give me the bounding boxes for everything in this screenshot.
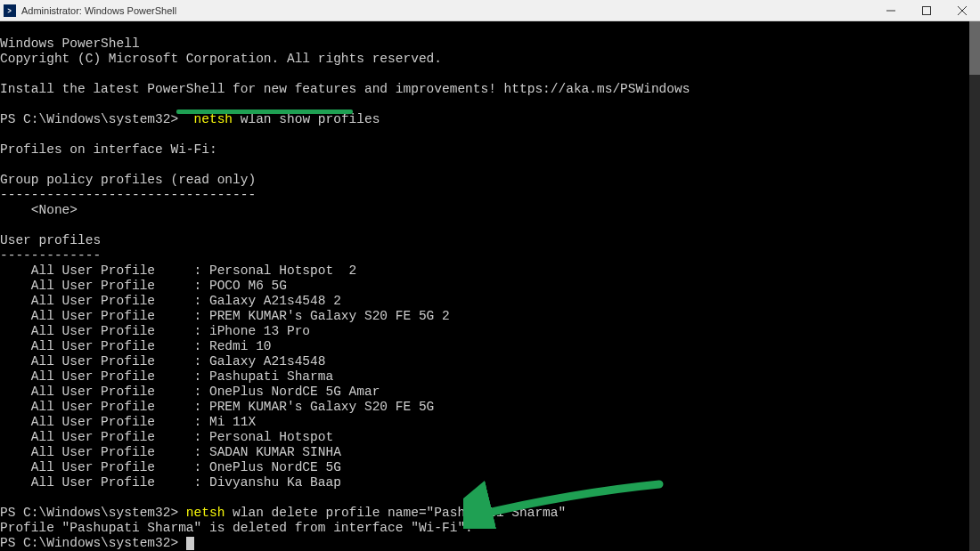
profile-line: All User Profile : Galaxy A21s4548 [0,354,325,369]
profile-line: All User Profile : SADAN KUMAR SINHA [0,445,341,459]
powershell-icon [4,4,16,17]
intro-line: Windows PowerShell [0,36,140,51]
scrollbar-track[interactable] [969,21,980,551]
command-head: netsh [194,112,233,126]
profile-line: All User Profile : Galaxy A21s4548 2 [0,294,341,308]
command-tail: wlan show profiles [233,112,380,126]
svg-rect-1 [923,7,931,15]
profiles-interface-header: Profiles on interface Wi-Fi: [0,142,217,157]
window-titlebar: Administrator: Windows PowerShell [0,0,980,21]
prompt: PS C:\Windows\system32> [0,112,186,126]
annotation-underline [176,109,353,114]
group-policy-header: Group policy profiles (read only) [0,173,256,187]
profile-line: All User Profile : Redmi 10 [0,339,272,353]
window-title: Administrator: Windows PowerShell [21,5,873,16]
prompt: PS C:\Windows\system32> [0,536,186,550]
command-head: netsh [186,506,225,520]
copyright-line: Copyright (C) Microsoft Corporation. All… [0,52,442,66]
scrollbar-thumb[interactable] [969,21,980,75]
close-button[interactable] [944,0,980,21]
cursor [186,537,194,550]
delete-result: Profile "Pashupati Sharma" is deleted fr… [0,521,473,535]
profile-line: All User Profile : PREM KUMAR's Galaxy S… [0,309,450,323]
profile-line: All User Profile : Pashupati Sharma [0,369,333,384]
terminal-area[interactable]: Windows PowerShell Copyright (C) Microso… [0,21,980,551]
minimize-button[interactable] [873,0,909,21]
profile-line: All User Profile : OnePlus NordCE 5G [0,460,341,474]
command-tail: wlan delete profile name="Pashupati Shar… [225,506,566,520]
divider: --------------------------------- [0,188,256,202]
profile-line: All User Profile : iPhone 13 Pro [0,324,310,338]
install-hint: Install the latest PowerShell for new fe… [0,82,690,96]
profile-line: All User Profile : OnePlus NordCE 5G Ama… [0,385,380,399]
divider: ------------- [0,248,101,263]
profile-line: All User Profile : PREM KUMAR's Galaxy S… [0,400,434,414]
profile-line: All User Profile : Mi 11X [0,415,256,429]
profile-line: All User Profile : Personal Hotspot 2 [0,263,356,278]
profile-line: All User Profile : Personal Hotspot [0,430,333,444]
user-profiles-header: User profiles [0,233,101,247]
window-controls [873,0,980,20]
profile-line: All User Profile : POCO M6 5G [0,279,287,293]
prompt: PS C:\Windows\system32> [0,506,186,520]
maximize-button[interactable] [909,0,944,21]
none-entry: <None> [0,203,78,217]
profile-line: All User Profile : Divyanshu Ka Baap [0,475,341,490]
